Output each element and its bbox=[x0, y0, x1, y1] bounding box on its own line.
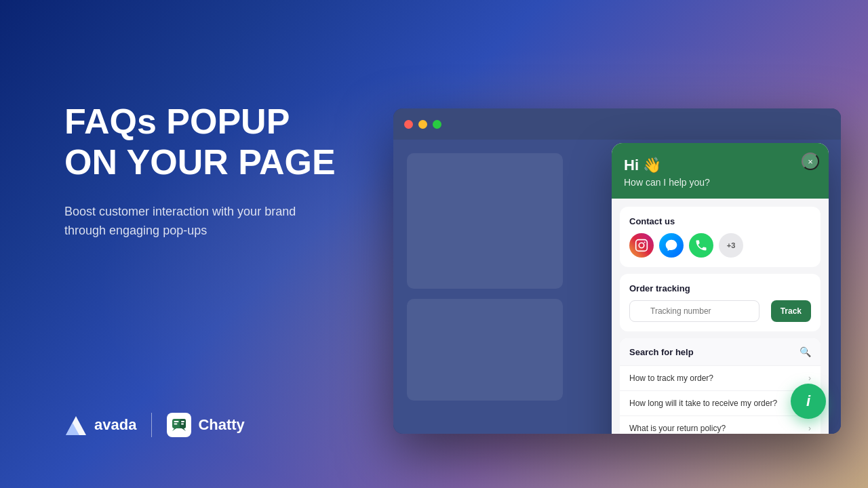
left-content: FAQs POPUP ON YOUR PAGE Boost customer i… bbox=[64, 102, 390, 241]
placeholder-block-1 bbox=[407, 153, 563, 289]
instagram-icon[interactable] bbox=[629, 233, 654, 258]
search-icon[interactable]: 🔍 bbox=[800, 346, 811, 357]
svg-rect-7 bbox=[181, 424, 184, 425]
browser-dot-green[interactable] bbox=[433, 120, 441, 129]
chatty-text: Chatty bbox=[198, 416, 244, 434]
chat-subtitle: How can I help you? bbox=[624, 177, 816, 188]
svg-rect-4 bbox=[174, 424, 178, 425]
faq-text-3: What is your return policy? bbox=[629, 424, 726, 433]
more-contacts-button[interactable]: +3 bbox=[719, 233, 743, 258]
logo-divider bbox=[151, 413, 152, 437]
tracking-number-input[interactable] bbox=[629, 300, 760, 322]
faq-item-1[interactable]: How to track my order? › bbox=[620, 366, 821, 391]
search-section-header: Search for help 🔍 bbox=[620, 338, 821, 366]
svg-marker-9 bbox=[182, 428, 186, 431]
info-button[interactable]: i bbox=[791, 384, 826, 419]
chatty-logo: Chatty bbox=[167, 413, 244, 437]
info-button-label: i bbox=[806, 392, 810, 410]
tracking-input-row: 🔍 Track bbox=[629, 300, 811, 322]
more-contacts-label: +3 bbox=[727, 241, 736, 249]
subtitle-text: Boost customer interaction with your bra… bbox=[64, 202, 329, 241]
avada-icon bbox=[64, 413, 87, 436]
svg-point-12 bbox=[644, 241, 646, 243]
phone-icon[interactable] bbox=[689, 233, 713, 258]
title-line2: ON YOUR PAGE bbox=[64, 142, 336, 182]
chat-greeting: Hi 👋 bbox=[624, 157, 816, 174]
chat-header: Hi 👋 How can I help you? × bbox=[612, 143, 829, 199]
faq-arrow-3: › bbox=[808, 424, 811, 433]
svg-marker-8 bbox=[172, 428, 176, 431]
contact-icons: +3 bbox=[629, 233, 811, 258]
title-line1: FAQs POPUP bbox=[64, 102, 290, 141]
logo-bar: avada Chatty bbox=[64, 413, 245, 437]
tracking-section: Order tracking 🔍 Track bbox=[620, 274, 821, 331]
avada-text: avada bbox=[94, 416, 136, 434]
svg-rect-3 bbox=[174, 421, 179, 422]
faq-arrow-1: › bbox=[808, 373, 811, 383]
search-section: Search for help 🔍 How to track my order?… bbox=[620, 338, 821, 434]
chat-close-button[interactable]: × bbox=[802, 152, 819, 170]
svg-point-11 bbox=[639, 243, 644, 248]
contact-section-title: Contact us bbox=[629, 216, 811, 226]
svg-rect-10 bbox=[636, 240, 648, 251]
faq-text-2: How long will it take to receive my orde… bbox=[629, 399, 777, 408]
chat-bubble-icon bbox=[172, 418, 186, 432]
tracking-section-title: Order tracking bbox=[629, 283, 811, 293]
track-button[interactable]: Track bbox=[771, 300, 811, 322]
tracking-input-wrapper: 🔍 bbox=[629, 300, 766, 322]
faq-item-3[interactable]: What is your return policy? › bbox=[620, 416, 821, 434]
browser-content: Hi 👋 How can I help you? × Contact us bbox=[393, 140, 841, 434]
contact-section: Contact us bbox=[620, 207, 821, 267]
placeholder-block-3 bbox=[407, 299, 563, 401]
svg-rect-6 bbox=[181, 421, 184, 422]
page-title: FAQs POPUP ON YOUR PAGE bbox=[64, 102, 390, 183]
browser-window: Hi 👋 How can I help you? × Contact us bbox=[393, 108, 841, 434]
messenger-icon[interactable] bbox=[659, 233, 684, 258]
browser-dot-red[interactable] bbox=[404, 120, 413, 129]
chatty-icon bbox=[167, 413, 191, 437]
avada-logo: avada bbox=[64, 413, 136, 436]
browser-dot-yellow[interactable] bbox=[418, 120, 427, 129]
search-section-title: Search for help bbox=[629, 347, 694, 357]
browser-bar bbox=[393, 108, 841, 140]
faq-text-1: How to track my order? bbox=[629, 373, 713, 383]
